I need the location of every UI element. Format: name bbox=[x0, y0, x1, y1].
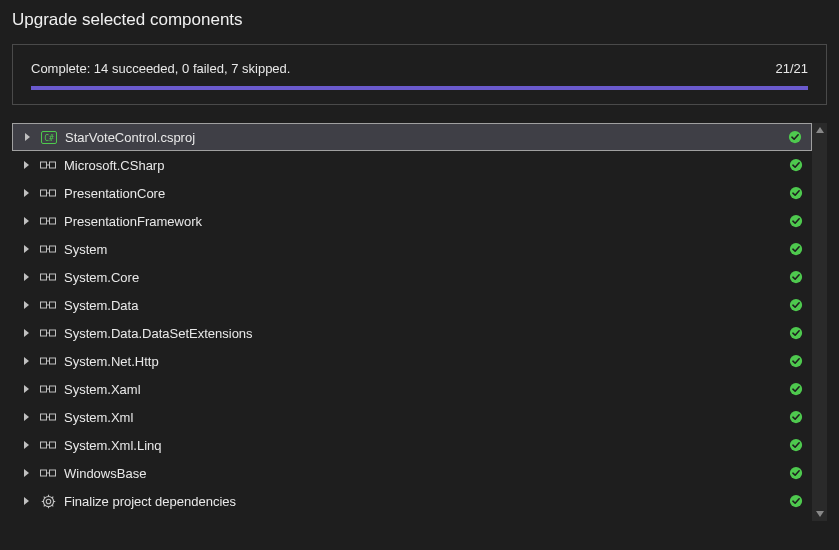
chevron-right-icon[interactable] bbox=[22, 440, 32, 450]
reference-icon bbox=[40, 353, 56, 369]
list-item-label: Finalize project dependencies bbox=[62, 494, 782, 509]
svg-point-61 bbox=[790, 495, 802, 507]
reference-icon bbox=[40, 381, 56, 397]
reference-icon bbox=[40, 185, 56, 201]
reference-icon bbox=[40, 157, 56, 173]
progress-fill bbox=[31, 86, 808, 90]
list-item[interactable]: System.Xml bbox=[12, 403, 812, 431]
list-item-label: Microsoft.CSharp bbox=[62, 158, 782, 173]
svg-rect-44 bbox=[50, 442, 56, 448]
reference-icon bbox=[40, 241, 56, 257]
list-item[interactable]: System.Net.Http bbox=[12, 347, 812, 375]
svg-rect-36 bbox=[50, 386, 56, 392]
success-icon bbox=[788, 493, 804, 509]
svg-rect-20 bbox=[50, 274, 56, 280]
list-item[interactable]: System.Core bbox=[12, 263, 812, 291]
success-icon bbox=[788, 269, 804, 285]
list-item-label: System.Xml.Linq bbox=[62, 438, 782, 453]
svg-rect-19 bbox=[41, 274, 47, 280]
svg-rect-35 bbox=[41, 386, 47, 392]
scroll-up-icon[interactable] bbox=[812, 123, 827, 137]
status-panel: Complete: 14 succeeded, 0 failed, 7 skip… bbox=[12, 44, 827, 105]
status-count: 21/21 bbox=[775, 61, 808, 76]
list-item[interactable]: Microsoft.CSharp bbox=[12, 151, 812, 179]
chevron-right-icon[interactable] bbox=[22, 160, 32, 170]
gear-icon bbox=[40, 493, 56, 509]
svg-rect-39 bbox=[41, 414, 47, 420]
reference-icon bbox=[40, 269, 56, 285]
chevron-right-icon[interactable] bbox=[22, 384, 32, 394]
svg-rect-4 bbox=[50, 162, 56, 168]
chevron-right-icon[interactable] bbox=[22, 412, 32, 422]
svg-point-22 bbox=[790, 271, 802, 283]
success-icon bbox=[788, 353, 804, 369]
reference-icon bbox=[40, 409, 56, 425]
component-list: C#StarVoteControl.csprojMicrosoft.CSharp… bbox=[12, 123, 812, 521]
list-item[interactable]: System.Xaml bbox=[12, 375, 812, 403]
svg-rect-40 bbox=[50, 414, 56, 420]
success-icon bbox=[788, 213, 804, 229]
svg-rect-32 bbox=[50, 358, 56, 364]
svg-rect-16 bbox=[50, 246, 56, 252]
svg-rect-27 bbox=[41, 330, 47, 336]
svg-rect-24 bbox=[50, 302, 56, 308]
svg-point-14 bbox=[790, 215, 802, 227]
list-item[interactable]: PresentationFramework bbox=[12, 207, 812, 235]
svg-line-60 bbox=[51, 496, 53, 498]
svg-point-18 bbox=[790, 243, 802, 255]
chevron-right-icon[interactable] bbox=[22, 496, 32, 506]
list-item[interactable]: WindowsBase bbox=[12, 459, 812, 487]
svg-point-46 bbox=[790, 439, 802, 451]
list-item-label: System.Net.Http bbox=[62, 354, 782, 369]
csharp-project-icon: C# bbox=[41, 129, 57, 145]
svg-rect-28 bbox=[50, 330, 56, 336]
chevron-right-icon[interactable] bbox=[22, 272, 32, 282]
list-item-label: System.Xml bbox=[62, 410, 782, 425]
chevron-right-icon[interactable] bbox=[22, 216, 32, 226]
svg-rect-47 bbox=[41, 470, 47, 476]
list-item[interactable]: PresentationCore bbox=[12, 179, 812, 207]
svg-rect-48 bbox=[50, 470, 56, 476]
svg-text:C#: C# bbox=[44, 133, 54, 142]
chevron-right-icon[interactable] bbox=[22, 328, 32, 338]
svg-rect-8 bbox=[50, 190, 56, 196]
svg-line-59 bbox=[43, 504, 45, 506]
list-item[interactable]: C#StarVoteControl.csproj bbox=[12, 123, 812, 151]
svg-point-6 bbox=[790, 159, 802, 171]
svg-point-38 bbox=[790, 383, 802, 395]
chevron-right-icon[interactable] bbox=[22, 468, 32, 478]
chevron-right-icon[interactable] bbox=[22, 244, 32, 254]
success-icon bbox=[788, 465, 804, 481]
svg-rect-23 bbox=[41, 302, 47, 308]
list-item-label: PresentationFramework bbox=[62, 214, 782, 229]
svg-point-30 bbox=[790, 327, 802, 339]
svg-rect-3 bbox=[41, 162, 47, 168]
chevron-right-icon[interactable] bbox=[22, 300, 32, 310]
reference-icon bbox=[40, 297, 56, 313]
svg-point-10 bbox=[790, 187, 802, 199]
success-icon bbox=[788, 157, 804, 173]
svg-line-57 bbox=[43, 496, 45, 498]
reference-icon bbox=[40, 213, 56, 229]
scrollbar[interactable] bbox=[812, 123, 827, 521]
list-item-label: StarVoteControl.csproj bbox=[63, 130, 781, 145]
chevron-right-icon[interactable] bbox=[22, 188, 32, 198]
success-icon bbox=[788, 325, 804, 341]
list-item[interactable]: Finalize project dependencies bbox=[12, 487, 812, 515]
chevron-right-icon[interactable] bbox=[23, 132, 33, 142]
progress-bar bbox=[31, 86, 808, 90]
list-item[interactable]: System.Data.DataSetExtensions bbox=[12, 319, 812, 347]
svg-point-26 bbox=[790, 299, 802, 311]
svg-rect-15 bbox=[41, 246, 47, 252]
list-item[interactable]: System.Data bbox=[12, 291, 812, 319]
success-icon bbox=[788, 409, 804, 425]
svg-rect-7 bbox=[41, 190, 47, 196]
scroll-down-icon[interactable] bbox=[812, 507, 827, 521]
list-item[interactable]: System bbox=[12, 235, 812, 263]
list-item[interactable]: System.Xml.Linq bbox=[12, 431, 812, 459]
reference-icon bbox=[40, 465, 56, 481]
svg-rect-31 bbox=[41, 358, 47, 364]
chevron-right-icon[interactable] bbox=[22, 356, 32, 366]
success-icon bbox=[788, 437, 804, 453]
success-icon bbox=[787, 129, 803, 145]
